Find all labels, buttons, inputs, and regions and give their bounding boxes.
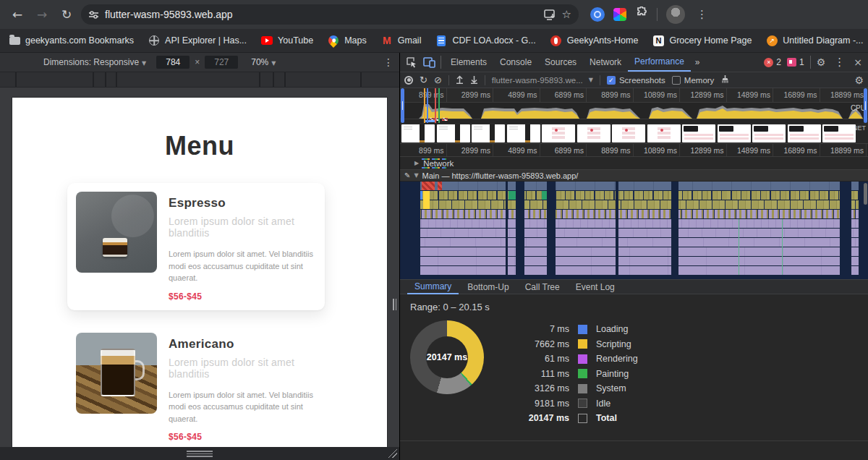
tick-label: 2899 ms bbox=[447, 144, 494, 156]
extension-pinwheel-icon[interactable] bbox=[613, 8, 626, 21]
bookmark-item[interactable]: YouTube bbox=[261, 35, 313, 46]
tab-summary[interactable]: Summary bbox=[407, 280, 459, 294]
timeline-overview[interactable]: 899 ms 2899 ms 4899 ms 6899 ms 8899 ms 1… bbox=[400, 88, 868, 123]
devtools-menu-icon[interactable]: ⋮ bbox=[831, 56, 848, 69]
url-text[interactable]: flutter-wasm-95893.web.app bbox=[105, 9, 538, 20]
timing-marker-orange bbox=[424, 88, 425, 123]
tab-elements[interactable]: Elements bbox=[444, 53, 493, 72]
screenshot-thumbnail[interactable] bbox=[718, 124, 751, 142]
screenshot-thumbnail[interactable] bbox=[401, 124, 435, 142]
flame-scrollbar[interactable] bbox=[864, 183, 867, 205]
media-query-bar[interactable] bbox=[0, 72, 399, 88]
bookmark-item[interactable]: Untitled Diagram -... bbox=[766, 35, 863, 46]
garbage-collect-icon[interactable] bbox=[720, 74, 730, 87]
install-app-icon[interactable] bbox=[544, 9, 556, 20]
devtools-settings-icon[interactable]: ⚙ bbox=[817, 56, 826, 68]
panel-split-handle[interactable] bbox=[393, 299, 396, 310]
viewport-resize-handle[interactable] bbox=[187, 451, 213, 457]
bookmark-item[interactable]: Maps bbox=[328, 35, 367, 46]
flame-chart[interactable] bbox=[400, 182, 868, 279]
emulated-viewport: Menu Espresso Lorem ipsum dolor sit amet… bbox=[0, 88, 399, 460]
scripting-swatch bbox=[578, 339, 587, 349]
bookmark-item[interactable]: geekyants.com Bookmarks bbox=[9, 35, 134, 46]
inspect-element-icon[interactable] bbox=[403, 55, 420, 69]
screenshot-thumbnail[interactable] bbox=[822, 124, 856, 142]
clear-icon[interactable]: ⊘ bbox=[434, 75, 442, 85]
viewport-height-input[interactable]: 727 bbox=[205, 56, 238, 69]
reload-and-record-icon[interactable]: ↻ bbox=[420, 75, 427, 85]
profile-avatar[interactable] bbox=[666, 5, 685, 24]
issues-badge[interactable]: 1 bbox=[787, 57, 804, 67]
range-handle-left[interactable] bbox=[401, 88, 404, 123]
flame-row bbox=[400, 229, 868, 237]
error-badge[interactable]: ×2 bbox=[764, 57, 781, 67]
memory-label: Memory bbox=[684, 76, 715, 85]
corner-resize-handle[interactable] bbox=[388, 449, 397, 458]
menu-item-espresso[interactable]: Espresso Lorem ipsum dolor sit amet blan… bbox=[67, 183, 325, 310]
main-thread-header[interactable]: ✎ ▼ Main — https://flutter-wasm-95893.we… bbox=[400, 170, 868, 182]
screenshot-thumbnail[interactable] bbox=[507, 124, 540, 142]
tab-console[interactable]: Console bbox=[493, 53, 538, 72]
network-track[interactable]: ▶ Network bbox=[400, 157, 868, 170]
memory-checkbox[interactable]: Memory bbox=[672, 76, 715, 85]
record-icon[interactable] bbox=[404, 76, 413, 85]
screenshot-thumbnail[interactable] bbox=[612, 124, 645, 142]
screenshot-thumbnail[interactable] bbox=[682, 124, 715, 142]
tick-label: 16899 ms bbox=[773, 144, 820, 156]
tab-call-tree[interactable]: Call Tree bbox=[518, 280, 567, 294]
screenshot-thumbnail[interactable] bbox=[472, 124, 505, 142]
screenshot-thumbnail[interactable] bbox=[752, 124, 786, 142]
forward-icon[interactable]: → bbox=[32, 4, 52, 25]
screenshots-checkbox[interactable]: ✓Screenshots bbox=[607, 76, 665, 85]
bookmark-label: Grocery Home Page bbox=[669, 35, 752, 46]
overview-ruler: 899 ms 2899 ms 4899 ms 6899 ms 8899 ms 1… bbox=[400, 88, 868, 103]
dimensions-select[interactable]: Dimensions: Responsive▼ bbox=[43, 57, 146, 67]
more-tabs-icon[interactable]: » bbox=[691, 57, 705, 67]
screenshot-thumbnail[interactable] bbox=[788, 124, 821, 142]
load-profile-icon[interactable] bbox=[456, 74, 464, 87]
bookmark-item[interactable]: GeekyAnts-Home bbox=[550, 35, 639, 46]
bookmark-star-icon[interactable]: ☆ bbox=[562, 8, 571, 21]
error-icon: × bbox=[764, 58, 773, 67]
tab-performance[interactable]: Performance bbox=[628, 53, 691, 72]
address-bar[interactable]: flutter-wasm-95893.web.app ☆ bbox=[81, 4, 579, 25]
reload-icon[interactable]: ↻ bbox=[56, 4, 77, 25]
extension-blue-icon[interactable] bbox=[590, 7, 605, 22]
flame-row bbox=[400, 191, 868, 200]
bookmark-label: API Explorer | Has... bbox=[165, 35, 247, 46]
screenshot-thumbnail[interactable] bbox=[542, 124, 575, 142]
zoom-select[interactable]: 70%▼ bbox=[251, 57, 276, 67]
capture-settings-icon[interactable]: ⚙ bbox=[854, 74, 864, 86]
tab-bottom-up[interactable]: Bottom-Up bbox=[460, 280, 516, 294]
screenshot-thumbnail[interactable] bbox=[577, 124, 610, 142]
bookmark-label: GeekyAnts-Home bbox=[567, 35, 639, 46]
browser-menu-icon[interactable]: ⋮ bbox=[694, 8, 710, 21]
device-toolbar-menu-icon[interactable]: ⋮ bbox=[383, 56, 393, 68]
edit-track-icon[interactable]: ✎ bbox=[404, 171, 410, 179]
tab-sources[interactable]: Sources bbox=[538, 53, 583, 72]
tick-label: 18899 ms bbox=[820, 88, 867, 102]
extensions-puzzle-icon[interactable] bbox=[635, 7, 648, 22]
collapse-triangle-icon[interactable]: ▼ bbox=[414, 172, 418, 179]
devtools-close-icon[interactable]: × bbox=[854, 56, 862, 68]
tab-event-log[interactable]: Event Log bbox=[569, 280, 622, 294]
legend-label: Rendering bbox=[596, 354, 638, 364]
expand-triangle-icon[interactable]: ▶ bbox=[414, 160, 419, 166]
bookmark-item[interactable]: API Explorer | Has... bbox=[148, 35, 247, 46]
screenshot-thumbnail[interactable] bbox=[437, 124, 470, 142]
history-select[interactable]: flutter-wasm-95893.we...▼ bbox=[492, 76, 593, 85]
device-toolbar-toggle-icon[interactable] bbox=[420, 55, 438, 69]
back-icon[interactable]: ← bbox=[7, 4, 27, 25]
painting-swatch bbox=[578, 369, 587, 378]
site-settings-icon[interactable] bbox=[88, 9, 99, 20]
item-price: $56-$45 bbox=[169, 432, 333, 442]
viewport-width-input[interactable]: 784 bbox=[156, 56, 190, 69]
bookmark-item[interactable]: CDF LOA.docx - G... bbox=[435, 35, 535, 46]
tab-network[interactable]: Network bbox=[583, 53, 628, 72]
bookmark-item[interactable]: MGmail bbox=[381, 35, 422, 46]
menu-item-americano[interactable]: Americano Lorem ipsum dolor sit amet bla… bbox=[76, 333, 333, 443]
bookmark-item[interactable]: NGrocery Home Page bbox=[652, 35, 752, 46]
range-handle-right[interactable] bbox=[864, 88, 867, 123]
save-profile-icon[interactable] bbox=[470, 74, 478, 87]
screenshot-thumbnail[interactable] bbox=[647, 124, 681, 142]
